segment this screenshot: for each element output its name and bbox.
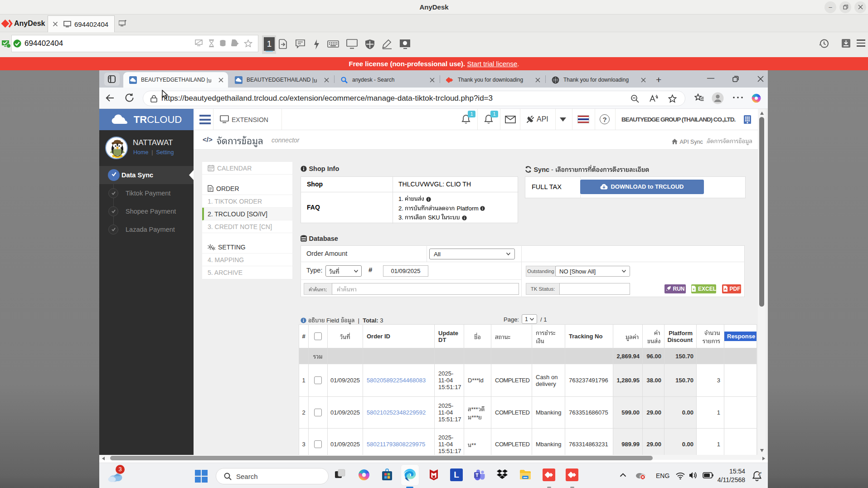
svg-text:z: z: [760, 471, 761, 474]
svg-text:x: x: [693, 287, 695, 291]
svg-text:A: A: [724, 287, 727, 291]
